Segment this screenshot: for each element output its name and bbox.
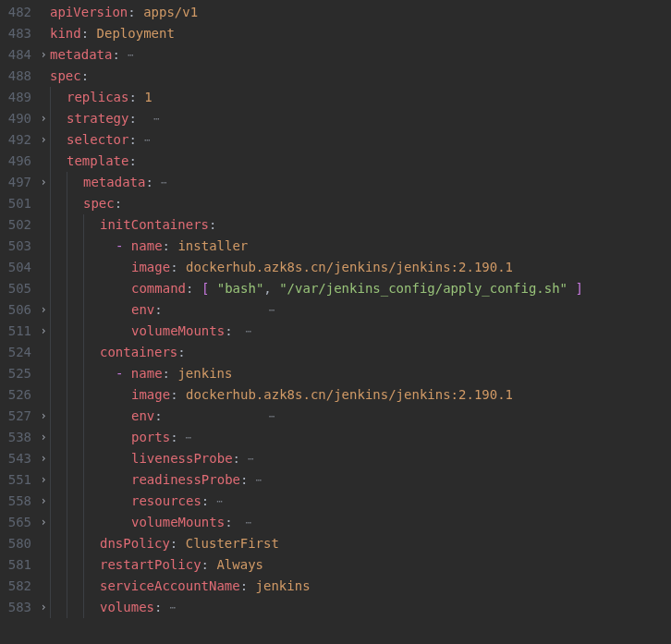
code-content[interactable]: - name: jenkins [100, 363, 671, 384]
code-content[interactable]: image: dockerhub.azk8s.cn/jenkins/jenkin… [100, 384, 671, 406]
code-line[interactable]: 511›volumeMounts:⋯ [0, 321, 671, 342]
folded-ellipsis-icon[interactable]: ⋯ [169, 597, 176, 618]
code-content[interactable]: volumeMounts:⋯ [100, 512, 671, 533]
code-content[interactable]: restartPolicy: Always [100, 554, 671, 576]
code-content[interactable]: apiVersion: apps/v1 [50, 2, 671, 23]
fold-gutter-empty: › [37, 554, 50, 576]
code-content[interactable]: serviceAccountName: jenkins [100, 576, 671, 597]
code-line[interactable]: 484›metadata:⋯ [0, 44, 671, 66]
code-content[interactable]: command: [ "bash", "/var/jenkins_config/… [100, 278, 671, 299]
fold-gutter-empty: › [37, 151, 50, 172]
line-number: 505 [0, 278, 37, 299]
fold-chevron-icon[interactable]: › [37, 108, 50, 129]
token-num: 1 [144, 87, 152, 108]
folded-ellipsis-icon[interactable]: ⋯ [161, 172, 167, 193]
folded-ellipsis-icon[interactable]: ⋯ [255, 469, 262, 491]
fold-chevron-icon[interactable]: › [37, 129, 50, 151]
folded-ellipsis-icon[interactable]: ⋯ [246, 321, 252, 342]
code-content[interactable]: template: [67, 151, 671, 172]
line-number: 483 [0, 23, 37, 44]
code-line[interactable]: 502›initContainers: [0, 214, 671, 236]
code-content[interactable]: initContainers: [100, 214, 671, 236]
fold-chevron-icon[interactable]: › [37, 597, 50, 618]
token-key: env [131, 299, 154, 321]
code-content[interactable]: dnsPolicy: ClusterFirst [100, 533, 671, 554]
token-key: env [131, 406, 154, 427]
code-line[interactable]: 503›- name: installer [0, 236, 671, 257]
fold-chevron-icon[interactable]: › [37, 448, 50, 469]
code-content[interactable]: metadata:⋯ [50, 44, 671, 66]
code-content[interactable]: volumeMounts:⋯ [100, 321, 671, 342]
code-content[interactable]: spec: [83, 193, 671, 214]
token-col: : [115, 193, 122, 214]
line-number: 525 [0, 363, 37, 384]
code-content[interactable]: volumes:⋯ [100, 597, 671, 618]
folded-ellipsis-icon[interactable]: ⋯ [144, 129, 151, 151]
code-content[interactable]: livenessProbe:⋯ [100, 448, 671, 469]
fold-chevron-icon[interactable]: › [37, 427, 50, 448]
indent-guides [50, 193, 83, 214]
code-line[interactable]: 489›replicas: 1 [0, 87, 671, 108]
code-content[interactable]: spec: [50, 66, 671, 87]
fold-chevron-icon[interactable]: › [37, 491, 50, 512]
code-content[interactable]: strategy:⋯ [67, 108, 671, 129]
code-line[interactable]: 551›readinessProbe:⋯ [0, 469, 671, 491]
code-line[interactable]: 505›command: [ "bash", "/var/jenkins_con… [0, 278, 671, 299]
code-line[interactable]: 496›template: [0, 151, 671, 172]
code-content[interactable]: env:⋯ [100, 406, 671, 427]
fold-chevron-icon[interactable]: › [37, 406, 50, 427]
fold-chevron-icon[interactable]: › [37, 44, 50, 66]
fold-chevron-icon[interactable]: › [37, 172, 50, 193]
code-line[interactable]: 527›env:⋯ [0, 406, 671, 427]
token-col: : [201, 554, 217, 576]
code-content[interactable]: containers: [100, 342, 671, 363]
code-content[interactable]: kind: Deployment [50, 23, 671, 44]
folded-ellipsis-icon[interactable]: ⋯ [269, 406, 275, 427]
fold-chevron-icon[interactable]: › [37, 299, 50, 321]
code-content[interactable]: resources:⋯ [100, 491, 671, 512]
code-line[interactable]: 582›serviceAccountName: jenkins [0, 576, 671, 597]
code-line[interactable]: 501›spec: [0, 193, 671, 214]
folded-ellipsis-icon[interactable]: ⋯ [216, 491, 223, 512]
code-line[interactable]: 581›restartPolicy: Always [0, 554, 671, 576]
code-content[interactable]: selector:⋯ [67, 129, 671, 151]
code-editor[interactable]: 482›apiVersion: apps/v1483›kind: Deploym… [0, 0, 671, 618]
code-line[interactable]: 490›strategy:⋯ [0, 108, 671, 129]
fold-gutter-empty: › [37, 214, 50, 236]
code-line[interactable]: 526›image: dockerhub.azk8s.cn/jenkins/je… [0, 384, 671, 406]
code-line[interactable]: 483›kind: Deployment [0, 23, 671, 44]
code-content[interactable]: readinessProbe:⋯ [100, 469, 671, 491]
code-content[interactable]: image: dockerhub.azk8s.cn/jenkins/jenkin… [100, 257, 671, 278]
code-content[interactable]: metadata:⋯ [83, 172, 671, 193]
code-line[interactable]: 580›dnsPolicy: ClusterFirst [0, 533, 671, 554]
folded-ellipsis-icon[interactable]: ⋯ [128, 44, 134, 66]
code-content[interactable]: - name: installer [100, 236, 671, 257]
token-key: initContainers [100, 214, 209, 236]
code-line[interactable]: 482›apiVersion: apps/v1 [0, 2, 671, 23]
fold-chevron-icon[interactable]: › [37, 512, 50, 533]
code-line[interactable]: 524›containers: [0, 342, 671, 363]
code-content[interactable]: ports:⋯ [100, 427, 671, 448]
code-line[interactable]: 565›volumeMounts:⋯ [0, 512, 671, 533]
code-line[interactable]: 497›metadata:⋯ [0, 172, 671, 193]
code-line[interactable]: 543›livenessProbe:⋯ [0, 448, 671, 469]
folded-ellipsis-icon[interactable]: ⋯ [248, 448, 254, 469]
code-line[interactable]: 488›spec: [0, 66, 671, 87]
code-line[interactable]: 583›volumes:⋯ [0, 597, 671, 618]
line-number: 489 [0, 87, 37, 108]
folded-ellipsis-icon[interactable]: ⋯ [153, 108, 160, 129]
code-line[interactable]: 558›resources:⋯ [0, 491, 671, 512]
fold-chevron-icon[interactable]: › [37, 469, 50, 491]
code-line[interactable]: 506›env:⋯ [0, 299, 671, 321]
code-line[interactable]: 492›selector:⋯ [0, 129, 671, 151]
folded-ellipsis-icon[interactable]: ⋯ [246, 512, 252, 533]
code-line[interactable]: 525›- name: jenkins [0, 363, 671, 384]
folded-ellipsis-icon[interactable]: ⋯ [269, 299, 275, 321]
code-content[interactable]: replicas: 1 [67, 87, 671, 108]
code-content[interactable]: env:⋯ [100, 299, 671, 321]
code-line[interactable]: 538›ports:⋯ [0, 427, 671, 448]
fold-chevron-icon[interactable]: › [37, 321, 50, 342]
line-number: 482 [0, 2, 37, 23]
folded-ellipsis-icon[interactable]: ⋯ [186, 427, 192, 448]
code-line[interactable]: 504›image: dockerhub.azk8s.cn/jenkins/je… [0, 257, 671, 278]
